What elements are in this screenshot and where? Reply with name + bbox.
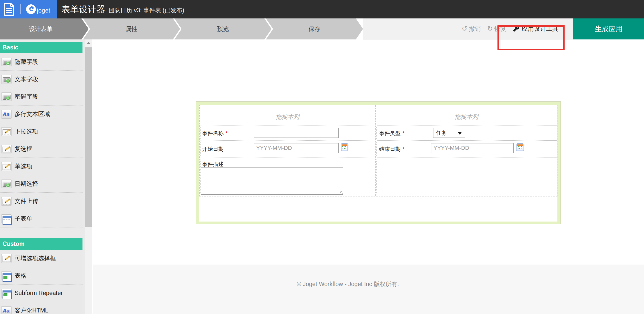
redo-label: 恢复 xyxy=(494,25,506,33)
redo-button[interactable]: 恢复 xyxy=(487,25,506,33)
undo-icon xyxy=(462,25,467,33)
grid-icon xyxy=(1,271,12,280)
field-row-event-name[interactable]: 事件名称* xyxy=(200,125,375,140)
textarea-resize-handle[interactable] xyxy=(340,191,343,194)
required-marker: * xyxy=(402,146,404,152)
field-icon xyxy=(1,75,12,84)
tab-preview[interactable]: 预览 xyxy=(174,18,272,39)
app-design-tools-button[interactable]: 应用设计工具 xyxy=(513,25,558,33)
palette-item-addable-select[interactable]: 可增选项选择框 xyxy=(0,250,82,267)
edit-icon xyxy=(1,162,12,171)
field-row-end-date[interactable]: 结束日期* xyxy=(376,140,557,158)
palette-list-basic: 隐藏字段 文本字段 密码字段 多行文本区域 下拉选项 复选框 xyxy=(0,53,82,227)
required-marker: * xyxy=(225,130,227,136)
palette-item-password-field[interactable]: 密码字段 xyxy=(0,88,82,106)
form-designer-page: joget 表单设计器 团队日历 v3: 事件表 (已发布) 设计表单 属性 预… xyxy=(0,0,644,314)
joget-wordmark: joget xyxy=(37,7,50,14)
required-marker: * xyxy=(402,130,404,136)
drag-hint-left: 拖拽本列 xyxy=(200,105,375,125)
palette-item-radio[interactable]: 单选项 xyxy=(0,158,82,175)
field-label: 事件描述 xyxy=(202,161,224,168)
calendar-icon[interactable] xyxy=(516,143,524,151)
palette-item-select[interactable]: 下拉选项 xyxy=(0,123,82,140)
palette-section-custom: Custom xyxy=(0,238,82,250)
edit-icon xyxy=(1,197,12,206)
form-canvas-area: 拖拽本列 事件名称* 开始日期 xyxy=(93,39,644,265)
brand-divider xyxy=(20,4,21,14)
form-inner-area: 拖拽本列 事件名称* 开始日期 xyxy=(199,105,557,222)
form-drop-container[interactable]: 拖拽本列 事件名称* 开始日期 xyxy=(196,101,561,224)
drag-hint-right: 拖拽本列 xyxy=(376,105,557,125)
main-footer: © Joget Workflow - Joget Inc 版权所有. xyxy=(93,265,644,314)
joget-logo: joget xyxy=(26,4,50,15)
history-panel: 撤销 恢复 应用设计工具 xyxy=(363,18,573,39)
element-palette-sidebar: Basic 隐藏字段 文本字段 密码字段 多行文本区域 下拉选项 xyxy=(0,39,85,314)
form-section: 拖拽本列 事件名称* 开始日期 xyxy=(199,105,557,196)
select-value: 任务 xyxy=(436,129,447,137)
palette-item-grid[interactable]: 表格 xyxy=(0,267,82,285)
field-label: 事件类型* xyxy=(379,125,404,141)
tab-properties[interactable]: 属性 xyxy=(83,18,180,39)
field-row-event-type[interactable]: 事件类型* 任务 xyxy=(376,125,557,140)
palette-item-subform[interactable]: 子表单 xyxy=(0,210,82,227)
page-title: 表单设计器 xyxy=(61,0,105,18)
form-column-right[interactable]: 拖拽本列 事件类型* 任务 结束日期* xyxy=(375,105,557,196)
field-row-start-date[interactable]: 开始日期 xyxy=(200,140,375,158)
field-icon xyxy=(1,58,12,66)
tab-save[interactable]: 保存 xyxy=(266,18,363,39)
event-name-input[interactable] xyxy=(254,128,339,138)
palette-item-custom-html[interactable]: 客户化HTML xyxy=(0,302,82,314)
generate-app-button[interactable]: 生成应用 xyxy=(573,18,644,39)
field-icon xyxy=(1,92,12,101)
form-column-left[interactable]: 拖拽本列 事件名称* 开始日期 xyxy=(200,105,375,196)
palette-item-hidden-field[interactable]: 隐藏字段 xyxy=(0,53,82,71)
event-type-select[interactable]: 任务 xyxy=(433,128,465,138)
field-label: 开始日期 xyxy=(202,141,224,157)
sidebar-scrollbar-thumb[interactable] xyxy=(85,47,92,227)
palette-item-text-field[interactable]: 文本字段 xyxy=(0,71,82,88)
palette-item-date-picker[interactable]: 日期选择 xyxy=(0,175,82,193)
brand-area[interactable]: joget xyxy=(0,0,57,18)
edit-icon xyxy=(1,145,12,153)
palette-list-custom: 可增选项选择框 表格 Subform Repeater 客户化HTML xyxy=(0,250,82,314)
top-bar: joget 表单设计器 团队日历 v3: 事件表 (已发布) xyxy=(0,0,644,18)
palette-section-basic: Basic xyxy=(0,42,82,53)
dropdown-caret-icon xyxy=(458,132,462,135)
palette-item-checkbox[interactable]: 复选框 xyxy=(0,140,82,158)
joget-logo-icon xyxy=(26,4,36,15)
wrench-icon xyxy=(513,26,519,32)
palette-item-subform-repeater[interactable]: Subform Repeater xyxy=(0,285,82,302)
app-design-tools-label: 应用设计工具 xyxy=(522,25,558,33)
edit-icon xyxy=(1,127,12,136)
edit-icon xyxy=(1,254,12,263)
palette-item-file-upload[interactable]: 文件上传 xyxy=(0,193,82,210)
form-context-subtitle: 团队日历 v3: 事件表 (已发布) xyxy=(109,6,184,14)
title-area: 表单设计器 团队日历 v3: 事件表 (已发布) xyxy=(61,0,184,18)
field-icon xyxy=(1,180,12,188)
event-description-textarea[interactable] xyxy=(201,168,343,195)
textarea-icon xyxy=(1,306,12,314)
subform-icon xyxy=(1,214,12,223)
empty-row[interactable] xyxy=(376,158,557,196)
palette-item-textarea[interactable]: 多行文本区域 xyxy=(0,106,82,123)
end-date-input[interactable] xyxy=(431,143,514,153)
tab-design-form[interactable]: 设计表单 xyxy=(0,18,89,39)
field-label: 事件名称* xyxy=(202,125,227,141)
field-row-event-description[interactable]: 事件描述 xyxy=(200,158,375,196)
undo-label: 撤销 xyxy=(469,25,481,33)
scrollbar-up-arrow-icon[interactable] xyxy=(87,42,91,44)
grid-icon xyxy=(1,289,12,298)
field-label: 结束日期* xyxy=(379,141,404,157)
start-date-input[interactable] xyxy=(254,143,339,153)
designer-toolbar: 设计表单 属性 预览 保存 撤销 恢复 应用设计工具 生成应用 xyxy=(0,18,644,39)
history-separator xyxy=(484,26,484,32)
copyright-text: © Joget Workflow - Joget Inc 版权所有. xyxy=(297,280,399,288)
redo-icon xyxy=(487,25,493,33)
textarea-icon xyxy=(1,110,12,119)
calendar-icon[interactable] xyxy=(341,143,348,151)
undo-button[interactable]: 撤销 xyxy=(462,25,481,33)
document-icon xyxy=(3,3,15,16)
